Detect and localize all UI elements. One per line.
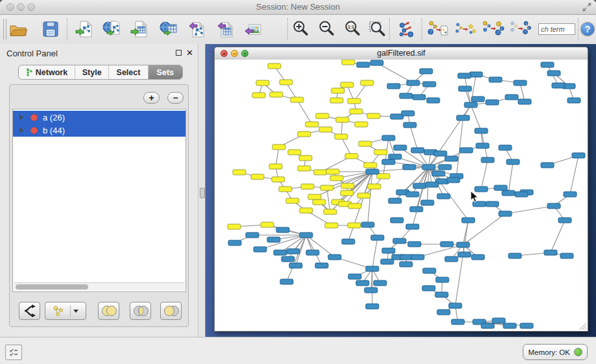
tab-select[interactable]: Select (109, 65, 148, 79)
mouse-cursor (470, 190, 479, 203)
difference-sets-button[interactable] (160, 302, 182, 320)
select-first-neighbors-icon[interactable] (508, 19, 528, 39)
set-label: a (26) (43, 113, 65, 122)
help-button[interactable]: ? (580, 22, 595, 36)
sets-list: a (26) b (44) (12, 109, 186, 292)
title-bar[interactable]: Session: New Session (0, 0, 596, 15)
nodes-icon (52, 304, 66, 317)
network-canvas[interactable] (215, 60, 588, 331)
button-divider (70, 305, 71, 317)
tab-sets-label: Sets (157, 68, 174, 77)
status-bar: Memory: OK (0, 337, 596, 364)
set-row-b[interactable]: b (44) (13, 124, 185, 137)
remove-set-button[interactable]: − (167, 92, 184, 104)
window-title: Session: New Session (0, 2, 596, 12)
fullscreen-icon[interactable] (582, 2, 592, 12)
horizontal-scrollbar[interactable] (14, 282, 185, 291)
task-checklist-icon (8, 348, 19, 357)
zoom-out-icon[interactable] (317, 19, 337, 39)
create-set-from-nodes-button[interactable] (45, 302, 86, 320)
add-set-button[interactable]: + (143, 92, 160, 104)
venn-difference-icon (163, 305, 180, 317)
tab-sets[interactable]: Sets (149, 65, 182, 79)
clone-network-icon[interactable] (454, 19, 473, 39)
export-network-icon[interactable] (187, 19, 206, 39)
control-panel: Control Panel ✕ Network Style Select Set… (0, 44, 198, 337)
toolbar-separator (389, 18, 390, 40)
tab-style[interactable]: Style (75, 65, 109, 79)
zoom-fit-selected-icon[interactable] (368, 19, 387, 39)
search-input[interactable] (538, 23, 575, 35)
network-window-title: galFiltered.sif (215, 49, 588, 58)
toolbar-drag-handle[interactable] (3, 19, 6, 40)
first-neighbors-icon[interactable] (481, 19, 501, 39)
union-sets-button[interactable] (98, 302, 119, 320)
tab-style-label: Style (82, 68, 102, 77)
resize-grip-icon[interactable] (578, 321, 587, 330)
apply-layout-icon[interactable] (397, 19, 416, 39)
svg-text:1:1: 1:1 (348, 25, 354, 29)
panel-divider[interactable] (198, 44, 206, 337)
network-desktop: × − + galFiltered.sif (206, 44, 596, 337)
network-graph[interactable] (215, 60, 588, 331)
network-tab-icon (26, 68, 33, 76)
memory-status-button[interactable]: Memory: OK (523, 344, 588, 360)
tab-network[interactable]: Network (19, 65, 75, 79)
tab-select-label: Select (117, 68, 141, 77)
control-panel-tabbar: Network Style Select Sets (18, 65, 183, 80)
venn-union-icon (101, 305, 117, 317)
import-table-url-icon[interactable] (159, 19, 178, 39)
set-row-a[interactable]: a (26) (13, 111, 185, 124)
control-panel-header: Control Panel ✕ (0, 44, 198, 62)
toolbar-separator (578, 18, 578, 40)
import-network-url-icon[interactable] (102, 19, 121, 39)
memory-status-label: Memory: OK (528, 348, 570, 356)
set-label: b (44) (43, 126, 65, 135)
network-window-titlebar[interactable]: × − + galFiltered.sif (215, 47, 588, 60)
dropdown-caret-icon[interactable] (73, 310, 78, 313)
application-window: Session: New Session (0, 0, 596, 364)
expand-triangle-icon[interactable] (19, 115, 23, 120)
expand-triangle-icon[interactable] (19, 128, 23, 133)
save-icon[interactable] (41, 19, 60, 39)
sets-panel: + − a (26) b (44) (9, 84, 189, 327)
task-history-button[interactable] (5, 345, 22, 360)
open-folder-icon[interactable] (8, 19, 28, 39)
new-network-from-selection-icon[interactable] (427, 19, 446, 39)
zoom-in-icon[interactable] (291, 19, 311, 39)
close-panel-icon[interactable]: ✕ (186, 48, 193, 58)
toolbar-separator (67, 18, 67, 40)
toolbar: 1:1 ? (0, 15, 596, 45)
scrollbar-thumb[interactable] (16, 284, 88, 290)
import-table-file-icon[interactable] (130, 19, 149, 39)
memory-ok-indicator (574, 348, 582, 356)
export-image-icon[interactable] (243, 19, 263, 39)
collapse-panel-handle[interactable] (200, 188, 205, 198)
toolbar-separator (287, 18, 288, 40)
float-panel-icon[interactable] (176, 50, 182, 56)
set-color-dot (30, 127, 38, 134)
zoom-actual-size-icon[interactable]: 1:1 (343, 19, 363, 39)
export-table-icon[interactable] (215, 19, 235, 39)
control-panel-title: Control Panel (6, 49, 58, 58)
split-arrows-icon (23, 304, 37, 318)
venn-intersection-icon (132, 305, 149, 317)
toolbar-separator (422, 18, 422, 40)
tab-network-label: Network (36, 68, 67, 77)
network-view-window[interactable]: × − + galFiltered.sif (214, 47, 588, 332)
split-set-button[interactable] (19, 302, 40, 320)
intersect-sets-button[interactable] (130, 302, 151, 320)
import-network-file-icon[interactable] (75, 19, 94, 39)
set-color-dot (30, 114, 38, 121)
